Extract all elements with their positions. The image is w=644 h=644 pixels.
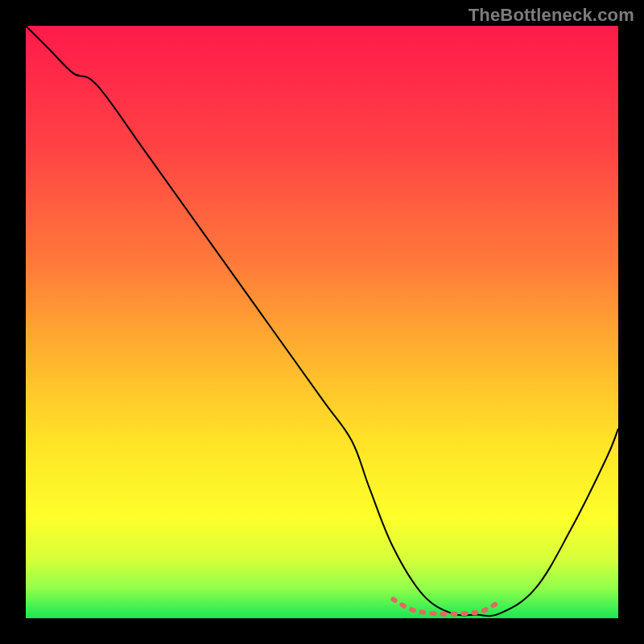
chart-background [26, 26, 618, 618]
chart-container [26, 26, 618, 618]
bottleneck-chart [26, 26, 618, 618]
watermark-text: TheBottleneck.com [469, 5, 634, 26]
